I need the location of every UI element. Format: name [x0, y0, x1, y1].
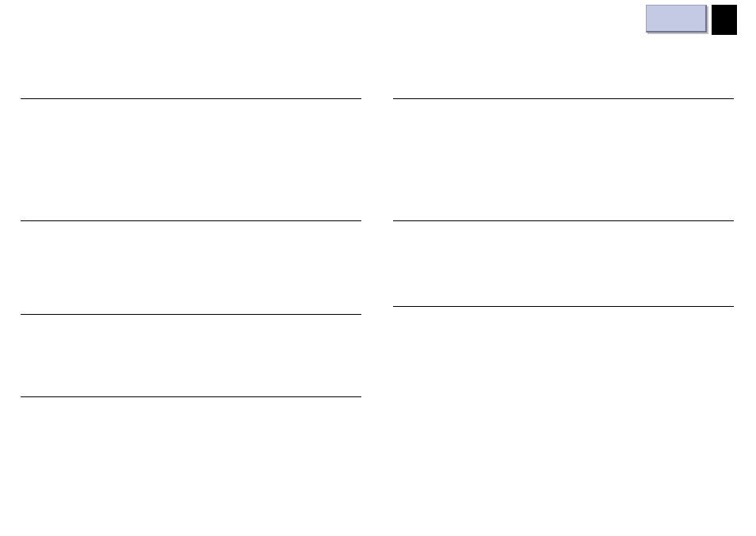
side-tab[interactable] [712, 5, 737, 35]
left-column [21, 63, 361, 397]
left-section-3 [21, 314, 361, 396]
right-section-2 [393, 220, 734, 306]
left-section-2 [21, 220, 361, 314]
header-toolbar [646, 5, 737, 35]
left-section-0 [21, 63, 361, 98]
right-column [393, 63, 734, 397]
left-section-1 [21, 98, 361, 220]
toolbar-button[interactable] [646, 5, 707, 33]
right-section-3 [393, 306, 734, 307]
right-section-1 [393, 98, 734, 220]
left-section-4 [21, 396, 361, 397]
content-columns [21, 63, 734, 397]
right-section-0 [393, 63, 734, 98]
